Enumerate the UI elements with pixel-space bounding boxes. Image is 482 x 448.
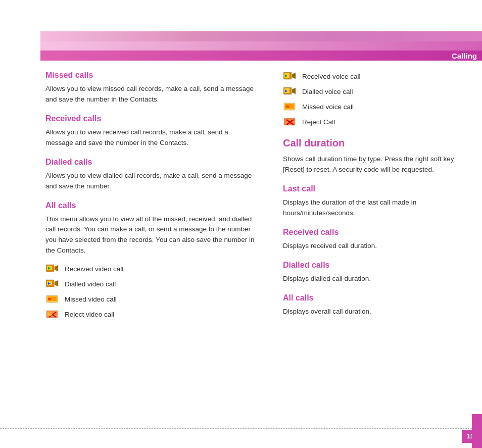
last-call-body: Displays the duration of the last call m…	[283, 197, 472, 219]
dialled-calls-duration-title: Dialled calls	[283, 261, 472, 270]
reject-video-call-label: Reject video call	[65, 311, 114, 318]
svg-marker-1	[55, 265, 58, 271]
list-item: ✉ Missed video call	[45, 293, 258, 305]
dialled-calls-duration-body: Displays dialled call duration.	[283, 274, 472, 284]
svg-marker-16	[292, 73, 296, 79]
all-calls-title: All calls	[45, 201, 258, 210]
bottom-dashed-line	[0, 428, 482, 429]
missed-calls-title: Missed calls	[45, 71, 258, 80]
page-title: Calling	[452, 52, 477, 60]
missed-calls-body: Allows you to view missed call records, …	[45, 84, 258, 105]
header-title-bar: Calling	[40, 51, 482, 61]
all-calls-body: This menu allows you to view all of the …	[45, 214, 258, 257]
list-item: Reject video call	[45, 309, 258, 320]
dialled-video-icon: ▶	[45, 278, 60, 289]
dialled-calls-body: Allows you to view dialled call records,…	[45, 171, 258, 192]
missed-video-call-label: Missed video call	[65, 295, 117, 303]
svg-marker-5	[55, 280, 58, 286]
last-call-title: Last call	[283, 184, 472, 193]
header-gradient-top	[40, 31, 482, 41]
call-duration-section: Call duration Shows call duration time b…	[283, 137, 472, 317]
svg-text:✉: ✉	[48, 297, 52, 302]
main-content: Missed calls Allows you to view missed c…	[40, 66, 482, 428]
received-video-icon: ▶	[45, 263, 60, 274]
list-item: ▶ Dialled video call	[45, 278, 258, 289]
reject-call-label: Reject Call	[302, 118, 335, 126]
dialled-calls-title: Dialled calls	[45, 158, 258, 167]
voice-call-icon-list: ▶ Received voice call ▶ Dialled voice ca…	[283, 71, 472, 127]
list-item: Reject Call	[283, 116, 472, 127]
left-column: Missed calls Allows you to view missed c…	[40, 66, 273, 428]
received-calls-duration-body: Displays received call duration.	[283, 241, 472, 252]
header-bar: Calling	[40, 31, 482, 61]
received-calls-title: Received calls	[45, 114, 258, 123]
call-duration-title: Call duration	[283, 137, 472, 149]
video-call-icon-list: ▶ Received video call ▶ Dialled video ca…	[45, 263, 258, 320]
received-voice-icon: ▶	[283, 71, 297, 82]
list-item: ▶ Dialled voice call	[283, 86, 472, 97]
right-column: ▶ Received voice call ▶ Dialled voice ca…	[273, 66, 482, 428]
received-voice-call-label: Received voice call	[302, 73, 361, 80]
missed-video-icon: ✉	[45, 293, 60, 305]
list-item: ✉ Missed voice call	[283, 101, 472, 112]
missed-voice-icon: ✉	[283, 101, 297, 112]
svg-marker-20	[292, 88, 296, 94]
right-side-tab	[472, 414, 482, 448]
list-item: ▶ Received video call	[45, 263, 258, 274]
list-item: ▶ Received voice call	[283, 71, 472, 82]
svg-text:✉: ✉	[286, 105, 290, 109]
dialled-voice-call-label: Dialled voice call	[302, 88, 353, 95]
reject-call-icon	[283, 116, 297, 127]
dialled-video-call-label: Dialled video call	[65, 280, 116, 288]
all-calls-duration-title: All calls	[283, 293, 472, 303]
dialled-voice-icon: ▶	[283, 86, 297, 97]
reject-video-icon	[45, 309, 60, 320]
missed-voice-call-label: Missed voice call	[302, 103, 354, 111]
received-video-call-label: Received video call	[65, 265, 123, 273]
received-calls-body: Allows you to view received call records…	[45, 127, 258, 148]
svg-rect-14	[47, 312, 52, 316]
all-calls-duration-body: Displays overall call duration.	[283, 307, 472, 317]
call-duration-body: Shows call duration time by type. Press …	[283, 154, 472, 175]
header-gradient-mid	[40, 41, 482, 51]
received-calls-duration-title: Received calls	[283, 228, 472, 237]
